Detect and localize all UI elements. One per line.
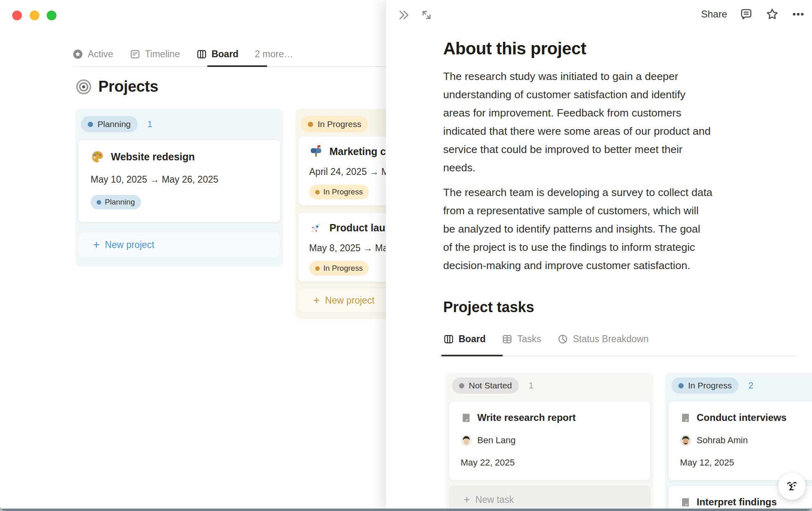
column-status-badge[interactable]: In Progress	[301, 116, 368, 132]
status-dot	[459, 383, 464, 388]
window-bottom-edge	[0, 509, 812, 511]
page-title: Projects	[98, 78, 158, 95]
database-title[interactable]: Projects	[76, 78, 158, 95]
task-card-write-research-report[interactable]: Write research report	[449, 401, 651, 481]
card-date-range: May 10, 2025 → May 26, 2025	[91, 174, 268, 185]
project-card-website-redesign[interactable]: Website redesign May 10, 2025 → May 26, …	[78, 140, 280, 222]
active-tab-underline	[441, 355, 503, 356]
view-tab-timeline[interactable]: Timeline	[130, 49, 180, 60]
timeline-icon	[130, 49, 141, 60]
card-status-tag: Planning	[91, 195, 141, 209]
card-title: Write research report	[477, 412, 576, 423]
status-dot	[97, 200, 101, 205]
column-name: In Progress	[318, 119, 361, 129]
minimize-window-button[interactable]	[30, 11, 39, 20]
database-view-tabs: Active Timeline Board 2 more…	[72, 41, 293, 67]
new-task-label: New task	[475, 494, 514, 505]
column-name: Not Started	[469, 381, 512, 390]
card-title: Website redesign	[111, 151, 195, 163]
column-status-badge[interactable]: Planning	[81, 116, 138, 132]
tasks-tab-board[interactable]: Board	[443, 334, 485, 345]
card-date: May 12, 2025	[680, 457, 812, 468]
card-assignee: Ben Lang	[461, 435, 639, 446]
status-dot	[315, 190, 320, 194]
assignee-name: Sohrab Amin	[697, 435, 748, 446]
ai-assistant-button[interactable]	[778, 472, 806, 500]
ai-face-icon	[784, 478, 800, 494]
card-title: Conduct interviews	[697, 412, 786, 423]
side-peek-panel: Share About this project The research st…	[386, 0, 812, 511]
status-dot	[88, 122, 93, 127]
new-project-label: New project	[105, 239, 154, 250]
status-dot	[315, 266, 320, 271]
app-window: Active Timeline Board 2 more…	[0, 0, 812, 511]
card-title: Marketing c	[329, 146, 386, 157]
board-column-planning: Planning 1 Website redesign May 10, 2025…	[75, 109, 283, 266]
star-circle-icon	[72, 49, 83, 60]
target-icon	[76, 79, 92, 95]
page-icon	[680, 497, 691, 508]
column-count: 2	[748, 380, 753, 391]
active-tab-underline	[207, 65, 267, 67]
card-status-tag: In Progress	[309, 261, 369, 276]
comments-icon[interactable]	[739, 7, 753, 21]
status-dot	[308, 122, 313, 127]
column-status-badge[interactable]: Not Started	[452, 377, 519, 394]
tag-label: In Progress	[323, 188, 363, 196]
more-options-icon[interactable]	[791, 7, 805, 21]
zoom-window-button[interactable]	[47, 11, 56, 20]
board-icon	[443, 334, 454, 345]
column-count: 1	[147, 119, 152, 129]
page-icon	[680, 412, 691, 423]
tasks-tab-tasks[interactable]: Tasks	[502, 334, 541, 345]
status-dot	[678, 383, 684, 388]
close-peek-icon[interactable]	[397, 8, 411, 22]
tab-label: Board	[459, 334, 485, 345]
about-paragraph-1[interactable]: The research study was initiated to gain…	[443, 67, 768, 177]
new-project-button[interactable]: New project	[78, 232, 280, 258]
view-tab-label: Active	[88, 49, 113, 60]
new-task-button[interactable]: New task	[449, 485, 651, 511]
close-window-button[interactable]	[12, 11, 22, 20]
view-tab-more[interactable]: 2 more…	[255, 49, 293, 60]
section-heading-tasks: Project tasks	[443, 299, 534, 316]
share-button[interactable]: Share	[701, 9, 727, 20]
tag-label: In Progress	[323, 264, 363, 273]
mailbox-icon	[309, 144, 323, 158]
view-tab-label: 2 more…	[255, 49, 293, 60]
task-column-not-started: Not Started 1 Write research report	[446, 373, 654, 511]
card-title: Interpret findings	[697, 496, 777, 508]
favorite-star-icon[interactable]	[765, 7, 779, 21]
view-tab-board[interactable]: Board	[196, 49, 238, 60]
page-icon	[461, 412, 472, 423]
task-card-conduct-interviews[interactable]: Conduct interviews	[668, 401, 812, 481]
tasks-view-tabs: Board Tasks Status Breakdown	[443, 334, 649, 345]
view-tab-active[interactable]: Active	[72, 49, 113, 60]
tasks-tab-status-breakdown[interactable]: Status Breakdown	[557, 334, 649, 345]
table-icon	[502, 334, 513, 345]
tab-label: Tasks	[517, 334, 541, 345]
plus-icon	[93, 239, 100, 250]
about-paragraph-2[interactable]: The research team is developing a survey…	[443, 183, 768, 275]
rocket-icon	[309, 221, 323, 235]
card-assignee: Sohrab Amin	[680, 435, 812, 446]
palette-icon	[91, 150, 104, 164]
column-name: Planning	[97, 119, 131, 129]
assignee-name: Ben Lang	[477, 435, 515, 446]
section-heading-about: About this project	[443, 39, 586, 58]
tag-label: Planning	[105, 198, 135, 207]
tab-label: Status Breakdown	[573, 334, 649, 345]
open-full-page-icon[interactable]	[420, 8, 433, 22]
avatar	[461, 435, 472, 446]
column-status-badge[interactable]: In Progress	[671, 377, 738, 394]
avatar	[680, 435, 691, 446]
column-name: In Progress	[688, 381, 732, 390]
board-icon	[196, 49, 207, 60]
new-project-label: New project	[325, 295, 374, 306]
view-tab-label: Board	[212, 49, 238, 60]
card-title: Product laun	[329, 222, 392, 234]
plus-icon	[313, 295, 320, 306]
column-count: 1	[528, 380, 533, 391]
plus-icon	[463, 494, 470, 505]
pie-chart-icon	[557, 334, 568, 345]
